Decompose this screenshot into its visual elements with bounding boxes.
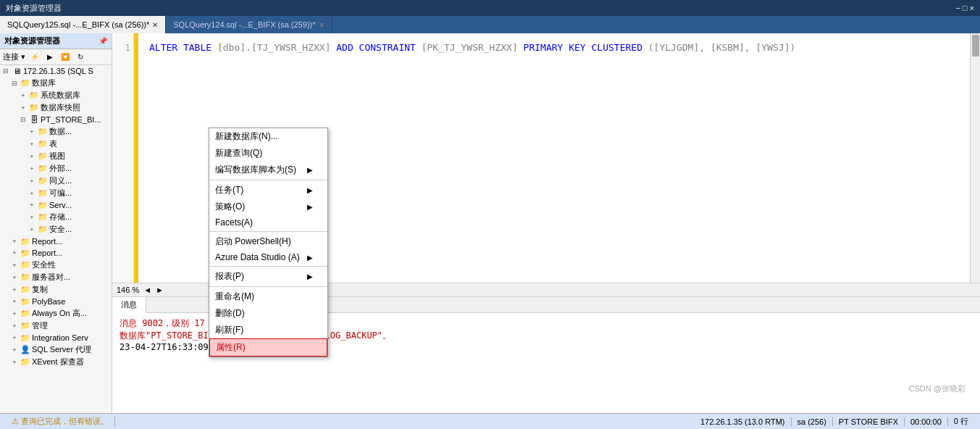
zoom-plus[interactable]: ► bbox=[156, 286, 164, 294]
tree-expand-s23[interactable]: + bbox=[10, 334, 19, 341]
tree-expand-s1[interactable]: ⊟ bbox=[1, 67, 10, 75]
tree-item-s3[interactable]: +📁系统数据库 bbox=[0, 89, 112, 101]
editor-vscroll[interactable] bbox=[970, 33, 980, 283]
tree-expand-s8[interactable]: + bbox=[28, 153, 36, 160]
menu-item-policies[interactable]: 策略(O)▶ bbox=[209, 199, 327, 215]
tree-item-s13[interactable]: +📁存储... bbox=[0, 211, 112, 223]
tree-label-s3: 系统数据库 bbox=[41, 90, 112, 101]
sidebar-title: 对象资源管理器 bbox=[4, 36, 60, 46]
tree-item-s5[interactable]: ⊟🗄PT_STORE_BI... bbox=[0, 114, 112, 125]
tree-expand-s15[interactable]: + bbox=[10, 238, 19, 245]
tree-expand-s19[interactable]: + bbox=[10, 286, 19, 293]
tree-item-s20[interactable]: +📁PolyBase bbox=[0, 296, 112, 307]
tree-item-s11[interactable]: +📁可编... bbox=[0, 187, 112, 199]
tree-item-s21[interactable]: +📁Always On 高... bbox=[0, 307, 112, 320]
status-user: sa (256) bbox=[792, 417, 833, 426]
tree-icon-s2: 📁 bbox=[20, 78, 30, 88]
title-bar: 对象资源管理器 − □ × bbox=[0, 0, 980, 16]
tree-expand-s9[interactable]: + bbox=[28, 165, 36, 172]
tree-expand-s2[interactable]: ⊟ bbox=[10, 80, 19, 87]
tree-expand-s12[interactable]: + bbox=[28, 201, 36, 209]
tree-item-s15[interactable]: +📁Report... bbox=[0, 236, 112, 247]
tree-expand-s11[interactable]: + bbox=[28, 190, 36, 197]
tree-item-s16[interactable]: +📁Report... bbox=[0, 247, 112, 259]
tree-expand-s16[interactable]: + bbox=[10, 249, 19, 257]
results-tab-messages[interactable]: 消息 bbox=[112, 297, 146, 313]
tree-label-s17: 安全性 bbox=[32, 259, 112, 270]
tree-label-s24: SQL Server 代理 bbox=[32, 344, 112, 355]
tree-item-s19[interactable]: +📁复制 bbox=[0, 283, 112, 296]
tree-expand-s22[interactable]: + bbox=[10, 322, 19, 330]
tree-item-s8[interactable]: +📁视图 bbox=[0, 150, 112, 162]
toolbar-filter[interactable]: 🔽 bbox=[58, 51, 72, 62]
tree-expand-s18[interactable]: + bbox=[10, 274, 19, 281]
tree-expand-s25[interactable]: + bbox=[10, 359, 19, 366]
status-database: PT STORE BIFX bbox=[833, 417, 905, 426]
tab-1[interactable]: SQLQuery125.sql -...E_BIFX (sa (256))* ✕ bbox=[0, 16, 166, 33]
tree-expand-s4[interactable]: + bbox=[19, 104, 28, 112]
tree-expand-s7[interactable]: + bbox=[28, 141, 36, 148]
tree-item-s18[interactable]: +📁服务器对... bbox=[0, 271, 112, 283]
sidebar-pin[interactable]: 📌 bbox=[99, 37, 107, 45]
tree-expand-s13[interactable]: + bbox=[28, 214, 36, 221]
tree-expand-s6[interactable]: + bbox=[28, 128, 36, 136]
tree-expand-s17[interactable]: + bbox=[10, 262, 19, 269]
tree-expand-s10[interactable]: + bbox=[28, 178, 36, 185]
toolbar-refresh[interactable]: ↻ bbox=[75, 51, 86, 62]
tree-item-s4[interactable]: +📁数据库快照 bbox=[0, 101, 112, 114]
tree-item-s22[interactable]: +📁管理 bbox=[0, 320, 112, 332]
tab-bar: SQLQuery125.sql -...E_BIFX (sa (256))* ✕… bbox=[0, 16, 980, 33]
tree-label-s6: 数据... bbox=[49, 126, 112, 137]
menu-item-label-tasks: 任务(T) bbox=[215, 184, 243, 196]
toolbar-btn2[interactable]: ▶ bbox=[44, 51, 56, 62]
tree-expand-s3[interactable]: + bbox=[19, 92, 28, 99]
tree-item-s17[interactable]: +📁安全性 bbox=[0, 259, 112, 271]
tree-icon-s10: 📁 bbox=[38, 176, 48, 186]
menu-item-new-query[interactable]: 新建查询(Q) bbox=[209, 145, 327, 162]
menu-item-azure[interactable]: Azure Data Studio (A)▶ bbox=[209, 250, 327, 265]
tree-item-s12[interactable]: +📁Serv... bbox=[0, 199, 112, 211]
tree-item-s1[interactable]: ⊟🖥172.26.1.35 (SQL S bbox=[0, 65, 112, 77]
zoom-minus[interactable]: ◄ bbox=[143, 286, 151, 294]
tree-expand-s14[interactable]: + bbox=[28, 226, 36, 233]
tree-item-s10[interactable]: +📁同义... bbox=[0, 175, 112, 187]
tree-icon-s1: 🖥 bbox=[12, 66, 22, 76]
tree-item-s2[interactable]: ⊟📁数据库 bbox=[0, 77, 112, 89]
tree-icon-s25: 📁 bbox=[20, 357, 30, 367]
tab-1-close[interactable]: ✕ bbox=[152, 21, 158, 29]
tree-item-s25[interactable]: +📁XEvent 探查器 bbox=[0, 356, 112, 368]
tree-expand-s5[interactable]: ⊟ bbox=[19, 116, 28, 123]
tree-item-s9[interactable]: +📁外部... bbox=[0, 162, 112, 175]
menu-item-properties[interactable]: 属性(R) bbox=[209, 338, 327, 357]
menu-item-new-db[interactable]: 新建数据库(N)... bbox=[209, 128, 327, 145]
tree-item-s24[interactable]: +👤SQL Server 代理 bbox=[0, 343, 112, 356]
tab-2-close[interactable]: ✕ bbox=[319, 21, 324, 29]
tree-item-s7[interactable]: +📁表 bbox=[0, 138, 112, 150]
menu-item-facets[interactable]: Facets(A) bbox=[209, 215, 327, 230]
tree-expand-s21[interactable]: + bbox=[10, 310, 19, 317]
tree-expand-s24[interactable]: + bbox=[10, 346, 19, 354]
tab-2-label: SQLQuery124.sql -...E_BIFX (sa (259))* bbox=[173, 20, 315, 29]
tree-item-s23[interactable]: +📁Integration Serv bbox=[0, 332, 112, 343]
tree-label-s8: 视图 bbox=[49, 151, 112, 162]
menu-item-delete[interactable]: 删除(D) bbox=[209, 305, 327, 322]
menu-item-tasks[interactable]: 任务(T)▶ bbox=[209, 182, 327, 199]
menu-item-label-facets: Facets(A) bbox=[215, 217, 253, 228]
tree-expand-s20[interactable]: + bbox=[10, 298, 19, 305]
editor-vscroll-thumb[interactable] bbox=[972, 35, 979, 57]
tree-item-s14[interactable]: +📁安全... bbox=[0, 223, 112, 236]
menu-item-powershell[interactable]: 启动 PowerShell(H) bbox=[209, 233, 327, 250]
tree-item-s6[interactable]: +📁数据... bbox=[0, 125, 112, 138]
menu-sep-sep2 bbox=[209, 231, 327, 232]
menu-item-rename[interactable]: 重命名(M) bbox=[209, 288, 327, 305]
menu-item-reports[interactable]: 报表(P)▶ bbox=[209, 268, 327, 285]
menu-item-arrow-tasks: ▶ bbox=[307, 186, 313, 194]
tab-2[interactable]: SQLQuery124.sql -...E_BIFX (sa (259))* ✕ bbox=[166, 16, 332, 33]
status-rows: 0 行 bbox=[948, 416, 974, 427]
connect-button[interactable]: 连接 ▾ bbox=[3, 51, 25, 62]
menu-item-refresh[interactable]: 刷新(F) bbox=[209, 322, 327, 338]
menu-sep-sep3 bbox=[209, 266, 327, 267]
tree-label-s22: 管理 bbox=[32, 320, 112, 331]
menu-item-script-db[interactable]: 编写数据库脚本为(S)▶ bbox=[209, 162, 327, 178]
toolbar-btn1[interactable]: ⚡ bbox=[28, 51, 42, 62]
